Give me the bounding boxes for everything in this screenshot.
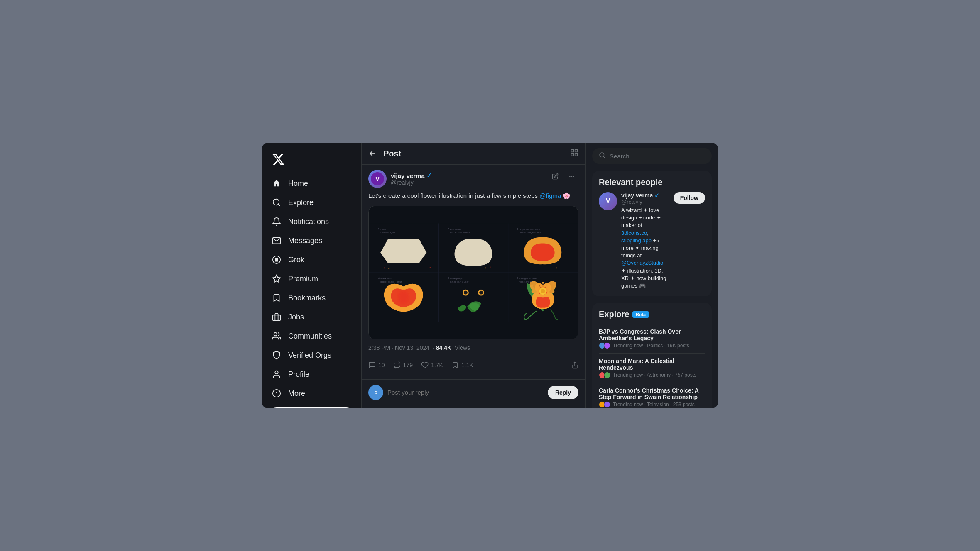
nav-label-premium: Premium xyxy=(288,275,318,283)
relevant-people-card: Relevant people V vijay verma ✓ @realvjy… xyxy=(592,171,712,296)
svg-text:More props: More props xyxy=(450,277,463,280)
relevant-person-avatar[interactable]: V xyxy=(599,192,617,210)
app-container: Home Explore Notifications Messages xyxy=(262,143,718,408)
verified-orgs-icon xyxy=(272,350,282,360)
sidebar-item-jobs[interactable]: Jobs xyxy=(267,308,356,326)
svg-text:All together little: All together little xyxy=(519,277,537,280)
tweet-edit-icon[interactable] xyxy=(549,170,562,183)
explore-card: Explore Beta BJP vs Congress: Clash Over… xyxy=(592,303,712,408)
bookmark-stat[interactable]: 1.1K xyxy=(451,361,473,369)
search-input[interactable] xyxy=(610,153,705,160)
svg-text:Draw: Draw xyxy=(380,228,387,230)
sidebar-item-explore[interactable]: Explore xyxy=(267,193,356,212)
trend-item-3[interactable]: Carla Connor's Christmas Choice: A Step … xyxy=(599,383,705,408)
profile-icon xyxy=(272,369,282,379)
trend-meta-3: Trending now · Television · 253 posts xyxy=(599,401,705,408)
nav-label-more: More xyxy=(288,389,305,398)
tweet-illustration-svg: 1 Draw Half hexagon 2 Edit mode Add Corn… xyxy=(369,206,578,339)
tweet-header-actions xyxy=(549,170,578,183)
svg-point-14 xyxy=(571,176,573,177)
svg-text:Add Corner radius: Add Corner radius xyxy=(450,231,470,234)
trend-name-3: Carla Connor's Christmas Choice: A Step … xyxy=(599,387,705,400)
retweet-count: 179 xyxy=(403,362,413,368)
grid-view-icon[interactable] xyxy=(570,149,578,158)
search-box[interactable] xyxy=(592,148,712,164)
comment-stat[interactable]: 10 xyxy=(368,361,385,369)
sidebar-item-messages[interactable]: Messages xyxy=(267,232,356,250)
x-logo-icon xyxy=(272,153,285,166)
beta-badge: Beta xyxy=(632,311,649,318)
tweet-author-name: vijay verma ✓ xyxy=(391,172,432,179)
svg-rect-8 xyxy=(575,150,578,152)
post-button[interactable]: Post xyxy=(267,407,356,408)
svg-text:6: 6 xyxy=(517,277,518,280)
tweet-mention[interactable]: @figma xyxy=(539,192,561,199)
svg-point-33 xyxy=(398,290,409,304)
svg-point-59 xyxy=(600,153,604,157)
tweet-author-avatar[interactable]: V xyxy=(368,170,387,188)
nav-label-profile: Profile xyxy=(288,370,309,379)
reply-user-avatar: c xyxy=(368,385,383,400)
trend-item-2[interactable]: Moon and Mars: A Celestial Rendezvous Tr… xyxy=(599,354,705,383)
reply-box: c Reply xyxy=(362,380,585,405)
nav-label-messages: Messages xyxy=(288,236,322,245)
sidebar-item-profile[interactable]: Profile xyxy=(267,365,356,383)
svg-text:Edit mode: Edit mode xyxy=(450,228,461,230)
tweet-text: Let's create a cool flower illustration … xyxy=(368,191,578,201)
home-icon xyxy=(272,178,282,188)
svg-text:bigger shape + Blur: bigger shape + Blur xyxy=(380,280,402,283)
explore-header: Explore Beta xyxy=(599,310,705,319)
sidebar-item-communities[interactable]: Communities xyxy=(267,327,356,345)
svg-point-40 xyxy=(479,290,483,294)
tweet-author-handle: @realvjy xyxy=(391,179,432,186)
svg-point-49 xyxy=(542,282,544,283)
trend-name-2: Moon and Mars: A Celestial Rendezvous xyxy=(599,358,705,371)
grok-icon xyxy=(272,255,282,265)
sidebar-item-grok[interactable]: Grok xyxy=(267,251,356,269)
nav-label-home: Home xyxy=(288,179,308,188)
reply-input[interactable] xyxy=(387,389,544,396)
tweet-user-row: V vijay verma ✓ @realvjy xyxy=(368,170,578,188)
sidebar-item-home[interactable]: Home xyxy=(267,174,356,193)
svg-rect-9 xyxy=(575,154,578,156)
trend-item-1[interactable]: BJP vs Congress: Clash Over Ambedkar's L… xyxy=(599,324,705,354)
relevant-person-bio: A wizard ✦ love design + code ✦ maker of… xyxy=(621,207,669,290)
follow-button[interactable]: Follow xyxy=(674,192,705,204)
svg-point-0 xyxy=(273,199,279,205)
nav-label-communities: Communities xyxy=(288,332,332,341)
reply-button[interactable]: Reply xyxy=(548,386,578,399)
like-stat[interactable]: 1.7K xyxy=(421,361,443,369)
svg-point-45 xyxy=(541,289,545,293)
svg-point-38 xyxy=(464,290,468,294)
svg-text:5: 5 xyxy=(448,277,449,280)
svg-text:Mask with: Mask with xyxy=(380,277,391,280)
logo[interactable] xyxy=(267,149,356,174)
trend-avatar-1b xyxy=(604,342,610,349)
relevant-verified-badge: ✓ xyxy=(654,192,659,199)
sidebar-item-bookmarks[interactable]: Bookmarks xyxy=(267,289,356,307)
svg-point-55 xyxy=(485,267,486,268)
tweet-container: V vijay verma ✓ @realvjy xyxy=(362,165,585,380)
right-sidebar: Relevant people V vijay verma ✓ @realvjy… xyxy=(586,143,718,408)
retweet-stat[interactable]: 179 xyxy=(393,361,413,369)
svg-point-56 xyxy=(490,266,491,267)
nav-label-notifications: Notifications xyxy=(288,217,329,226)
author-verified-badge: ✓ xyxy=(426,172,432,179)
trend-meta-1: Trending now · Politics · 19K posts xyxy=(599,342,705,349)
share-stat[interactable] xyxy=(571,361,578,369)
tweet-more-icon[interactable] xyxy=(565,170,578,183)
sidebar-item-more[interactable]: More xyxy=(267,384,356,402)
back-button[interactable] xyxy=(368,149,377,158)
sidebar-item-premium[interactable]: Premium xyxy=(267,270,356,288)
relevant-person-handle: @realvjy xyxy=(621,199,669,205)
trend-avatar-2b xyxy=(604,372,610,378)
trend-meta-2: Trending now · Astronomy · 757 posts xyxy=(599,372,705,378)
trend-name-1: BJP vs Congress: Clash Over Ambedkar's L… xyxy=(599,328,705,341)
sidebar-item-verified-orgs[interactable]: Verified Orgs xyxy=(267,346,356,364)
tweet-user-info: V vijay verma ✓ @realvjy xyxy=(368,170,432,188)
tweet-image[interactable]: 1 Draw Half hexagon 2 Edit mode Add Corn… xyxy=(368,206,578,339)
sidebar-item-notifications[interactable]: Notifications xyxy=(267,212,356,231)
relevant-person-info: vijay verma ✓ @realvjy A wizard ✦ love d… xyxy=(621,192,669,290)
svg-text:V: V xyxy=(375,176,380,182)
svg-text:Small part + Leaf: Small part + Leaf xyxy=(450,280,469,283)
